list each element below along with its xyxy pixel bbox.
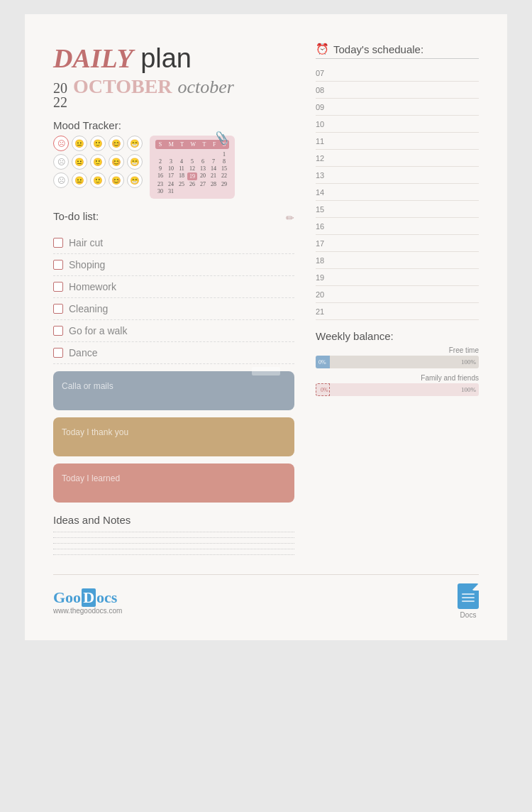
hour-label: 19 xyxy=(316,273,331,282)
header-date: 2022 OCTOBER october xyxy=(53,75,294,109)
hour-label: 07 xyxy=(316,69,331,77)
docs-line xyxy=(462,593,475,595)
dotted-line xyxy=(53,554,294,555)
hour-label: 10 xyxy=(316,120,331,128)
hour-label: 08 xyxy=(316,86,331,94)
hour-label: 20 xyxy=(316,290,331,299)
schedule-row[interactable]: 07 xyxy=(316,65,479,82)
title-daily: DAILY xyxy=(53,43,133,73)
todo-item-label: Hair cut xyxy=(69,237,103,248)
left-column: DAILY plan 2022 OCTOBER october Mood Tra… xyxy=(53,43,294,560)
checkbox-walk[interactable] xyxy=(53,326,63,336)
year-number: 2022 xyxy=(53,81,67,109)
schedule-row[interactable]: 17 xyxy=(316,235,479,252)
checkbox-cleaning[interactable] xyxy=(53,304,63,314)
checkbox-shoping[interactable] xyxy=(53,260,63,270)
todo-label: To-do list: xyxy=(53,210,99,222)
dotted-line xyxy=(53,549,294,549)
todo-item[interactable]: Shoping xyxy=(53,254,294,276)
todo-item[interactable]: Homework xyxy=(53,276,294,298)
mood-emoji[interactable]: 😐 xyxy=(72,136,87,151)
footer: GooDocs www.thegoodocs.com Docs xyxy=(53,574,479,619)
mood-emoji[interactable]: 🙂 xyxy=(90,172,106,188)
todo-item[interactable]: Cleaning xyxy=(53,298,294,320)
free-time-track: 0% 100% xyxy=(316,356,479,368)
footer-left: GooDocs www.thegoodocs.com xyxy=(53,588,122,615)
schedule-row[interactable]: 16 xyxy=(316,218,479,235)
schedule-row[interactable]: 18 xyxy=(316,252,479,269)
hour-label: 18 xyxy=(316,256,331,265)
todo-item-label: Homework xyxy=(69,281,116,292)
mood-emoji[interactable]: 😊 xyxy=(109,136,124,151)
month-italic: october xyxy=(178,77,234,98)
ideas-section: Ideas and Notes xyxy=(53,514,294,555)
mood-emojis: ☹ 😐 🙂 😊 😁 ☹ 😐 🙂 😊 😁 ☹ 😐 🙂 😊 😁 xyxy=(53,136,143,199)
docs-line xyxy=(462,597,475,598)
schedule-row[interactable]: 11 xyxy=(316,133,479,150)
ideas-label: Ideas and Notes xyxy=(53,514,294,526)
page-title: DAILY plan xyxy=(53,43,294,74)
dotted-line xyxy=(53,543,294,544)
schedule-row[interactable]: 14 xyxy=(316,184,479,201)
logo: GooDocs xyxy=(53,588,122,607)
checkbox-haircut[interactable] xyxy=(53,238,63,248)
todo-item[interactable]: Dance xyxy=(53,342,294,364)
todo-item-label: Cleaning xyxy=(69,303,108,314)
schedule-row[interactable]: 20 xyxy=(316,286,479,303)
schedule-row[interactable]: 15 xyxy=(316,201,479,218)
todo-list: Hair cut Shoping Homework Cleaning Go fo… xyxy=(53,232,294,364)
clock-icon: ⏰ xyxy=(316,43,329,55)
todo-item[interactable]: Hair cut xyxy=(53,232,294,254)
mood-emoji[interactable]: ☹ xyxy=(53,136,69,151)
family-friends-fill: 0% xyxy=(316,383,330,396)
hour-label: 13 xyxy=(316,171,331,180)
schedule-title: Today's scheduale: xyxy=(333,43,423,55)
todo-item[interactable]: Go for a walk xyxy=(53,320,294,342)
schedule-row[interactable]: 09 xyxy=(316,99,479,116)
mood-emoji[interactable]: 😁 xyxy=(127,154,143,170)
learned-note-box[interactable]: Today I learned xyxy=(53,463,294,503)
calls-note-box[interactable]: Calla or mails xyxy=(53,371,294,410)
title-plan: plan xyxy=(133,43,192,73)
schedule-row[interactable]: 08 xyxy=(316,82,479,99)
daily-plan-page: DAILY plan 2022 OCTOBER october Mood Tra… xyxy=(25,14,507,640)
thankyou-note-box[interactable]: Today I thank you xyxy=(53,417,294,456)
mood-emoji[interactable]: 😐 xyxy=(72,154,87,170)
right-column: ⏰ Today's scheduale: 07 08 09 10 xyxy=(316,43,479,560)
schedule-row[interactable]: 13 xyxy=(316,167,479,184)
mood-emoji[interactable]: ☹ xyxy=(53,172,69,188)
schedule-row[interactable]: 10 xyxy=(316,116,479,133)
mood-tracker: ☹ 😐 🙂 😊 😁 ☹ 😐 🙂 😊 😁 ☹ 😐 🙂 😊 😁 xyxy=(53,136,294,199)
dotted-line xyxy=(53,532,294,532)
hour-label: 09 xyxy=(316,103,331,111)
hour-label: 12 xyxy=(316,154,331,163)
checkbox-dance[interactable] xyxy=(53,348,63,358)
calls-note-label: Calla or mails xyxy=(62,381,113,391)
logo-ocs: ocs xyxy=(96,588,117,606)
todo-item-label: Go for a walk xyxy=(69,325,127,336)
logo-box: D xyxy=(82,588,96,607)
mood-emoji[interactable]: 😊 xyxy=(109,172,124,188)
schedule-rows: 07 08 09 10 11 xyxy=(316,65,479,320)
free-time-fill: 0% xyxy=(316,356,330,368)
family-friends-label: Family and friends xyxy=(316,374,479,382)
weekly-balance: Weekly balance: Free time 0% 100% Family… xyxy=(316,330,479,396)
hour-label: 11 xyxy=(316,137,331,146)
mood-emoji[interactable]: 😁 xyxy=(127,172,143,188)
mood-emoji[interactable]: ☹ xyxy=(53,154,69,170)
thankyou-note-label: Today I thank you xyxy=(62,427,128,437)
schedule-row[interactable]: 19 xyxy=(316,269,479,286)
mood-emoji[interactable]: 🙂 xyxy=(90,154,106,170)
mood-emoji[interactable]: 🙂 xyxy=(90,136,106,151)
checkbox-homework[interactable] xyxy=(53,282,63,292)
docs-icon: Docs xyxy=(458,583,479,619)
schedule-header: ⏰ Today's scheduale: xyxy=(316,43,479,59)
schedule-row[interactable]: 12 xyxy=(316,150,479,167)
mood-emoji[interactable]: 😁 xyxy=(127,136,143,151)
schedule-row[interactable]: 21 xyxy=(316,303,479,320)
family-friends-bar: Family and friends 0% 100% xyxy=(316,374,479,396)
hour-label: 14 xyxy=(316,188,331,197)
mood-emoji[interactable]: 😊 xyxy=(109,154,124,170)
mood-emoji[interactable]: 😐 xyxy=(72,172,87,188)
docs-label: Docs xyxy=(460,611,477,619)
